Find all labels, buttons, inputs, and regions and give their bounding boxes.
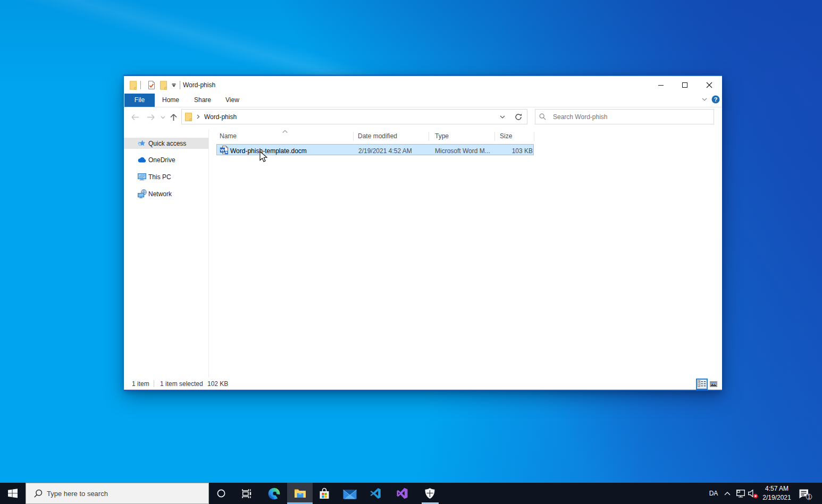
svg-text:?: ? xyxy=(714,96,718,103)
svg-text:1: 1 xyxy=(808,494,811,500)
svg-text:W: W xyxy=(221,148,225,153)
